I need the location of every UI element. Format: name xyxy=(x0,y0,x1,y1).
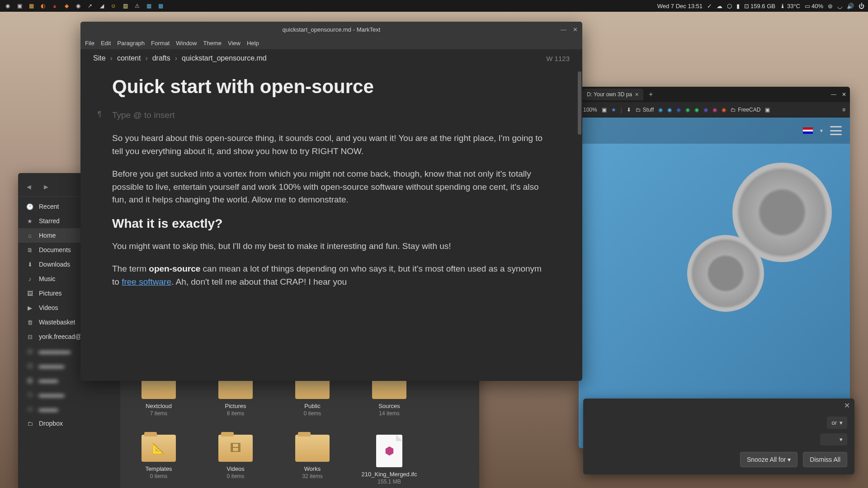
menu-view[interactable]: View xyxy=(228,40,241,47)
close-icon[interactable]: ✕ xyxy=(844,401,850,410)
breadcrumb-item[interactable]: content xyxy=(117,54,141,62)
chevron-down-icon: ▾ xyxy=(788,456,791,463)
menu-file[interactable]: File xyxy=(85,40,94,47)
notes-icon[interactable]: ▥ xyxy=(121,2,129,10)
bookmark-stuff[interactable]: 🗀 Stuff xyxy=(636,107,654,113)
menu-theme[interactable]: Theme xyxy=(203,40,222,47)
menu-icon[interactable]: ≡ xyxy=(842,107,845,113)
dismiss-all-button[interactable]: Dismiss All xyxy=(803,452,847,467)
app-icon-4[interactable]: ☺ xyxy=(109,2,118,10)
reader-icon[interactable]: ▣ xyxy=(602,107,607,113)
facebook-icon[interactable]: ◉ xyxy=(676,107,681,113)
tray-cloud-icon[interactable]: ☁ xyxy=(717,3,722,9)
dialog-titlebar[interactable]: ✕ xyxy=(583,399,854,412)
twitter-icon[interactable]: ◉ xyxy=(667,107,672,113)
download-icon[interactable]: ⬇ xyxy=(627,107,631,113)
network-icon[interactable]: ⊚ xyxy=(828,3,833,9)
power-icon[interactable]: ⏻ xyxy=(859,3,864,9)
firefox-icon[interactable]: ◐ xyxy=(39,2,47,10)
whatsapp-icon[interactable]: ◉ xyxy=(694,107,699,113)
reminder-select-2[interactable]: ▾ xyxy=(820,433,847,446)
marktext-window[interactable]: quickstart_opensource.md - MarkText — ✕ … xyxy=(80,22,582,381)
window-titlebar[interactable]: quickstart_opensource.md - MarkText — ✕ xyxy=(80,22,582,37)
wifi-icon[interactable]: ◡ xyxy=(837,3,842,9)
forward-button[interactable]: ► xyxy=(41,183,52,191)
menu-window[interactable]: Window xyxy=(176,40,197,47)
heading-2[interactable]: What it is exactly? xyxy=(112,216,551,231)
close-icon[interactable]: ✕ xyxy=(635,92,639,98)
paragraph[interactable]: Before you get sucked into a vortex from… xyxy=(112,168,551,206)
tray-check-icon[interactable]: ✓ xyxy=(707,3,712,9)
back-button[interactable]: ◄ xyxy=(24,183,34,191)
editor-area[interactable]: Quick start with open-source ¶ Type @ to… xyxy=(80,67,582,381)
temp-indicator[interactable]: 🌡 33°C xyxy=(780,3,800,9)
zoom-level[interactable]: 100% xyxy=(583,107,597,113)
scrollbar-thumb[interactable] xyxy=(578,71,581,135)
sidebar-remote-6[interactable]: 🗀▬▬▬ xyxy=(18,402,120,416)
chevron-down-icon[interactable]: ▼ xyxy=(819,128,824,133)
reminder-select[interactable]: or ▾ xyxy=(827,417,847,429)
files-icon[interactable]: ▦ xyxy=(27,2,35,10)
file-ifc[interactable]: ⬢210_King_Merged.ifc155.1 MB xyxy=(364,435,414,485)
language-flag-icon[interactable] xyxy=(803,127,813,134)
minimize-icon[interactable]: — xyxy=(561,26,566,33)
browser-tab[interactable]: D: Your own 3D pa ✕ xyxy=(582,89,643,100)
volume-icon[interactable]: 🔊 xyxy=(847,3,854,9)
telegram-icon[interactable]: ◉ xyxy=(658,107,663,113)
sidebar-dropbox[interactable]: 🗀Dropbox xyxy=(18,416,120,431)
datetime[interactable]: Wed 7 Dec 13:51 xyxy=(657,3,703,9)
link-free-software[interactable]: free software xyxy=(122,277,171,286)
breadcrumb-item[interactable]: drafts xyxy=(152,54,170,62)
folder-videos[interactable]: 🎞Videos0 items xyxy=(211,435,260,485)
app-icon-6[interactable]: ▦ xyxy=(145,2,153,10)
folder-works[interactable]: Works32 items xyxy=(288,435,337,485)
hamburger-menu[interactable] xyxy=(830,126,842,135)
minimize-icon[interactable]: — xyxy=(831,91,836,98)
app-icon-7[interactable]: ▦ xyxy=(156,2,165,10)
folder-templates[interactable]: 📐Templates0 items xyxy=(134,435,184,485)
disk-indicator[interactable]: ⊡ 159.6 GB xyxy=(744,3,775,9)
instagram-icon[interactable]: ◉ xyxy=(712,107,717,113)
menu-paragraph[interactable]: Paragraph xyxy=(117,40,145,47)
paragraph[interactable]: You might want to skip this, but I'll do… xyxy=(112,240,551,253)
browser-window[interactable]: D: Your own 3D pa ✕ + — ✕ 100% ▣ ★ | ⬇ 🗀… xyxy=(579,87,850,448)
breadcrumb-item[interactable]: quickstart_opensource.md xyxy=(182,54,267,62)
chevron-right-icon: › xyxy=(145,54,147,62)
tray-dropbox-icon[interactable]: ⬡ xyxy=(727,3,732,9)
music-icon: ♪ xyxy=(26,276,33,282)
menu-help[interactable]: Help xyxy=(247,40,259,47)
app-icon[interactable]: ◉ xyxy=(74,2,82,10)
gear-icon xyxy=(687,235,764,312)
sidebar-remote-5[interactable]: 🗀▬▬▬▬ xyxy=(18,387,120,402)
social-icon[interactable]: ◉ xyxy=(685,107,690,113)
new-tab-button[interactable]: + xyxy=(646,90,656,99)
paragraph[interactable]: So you heard about this open-source thin… xyxy=(112,132,551,158)
folder-icon: 🗀 xyxy=(26,420,33,427)
app-icon-5[interactable]: ⚠ xyxy=(133,2,141,10)
breadcrumb-item[interactable]: Site xyxy=(93,54,106,62)
menu-edit[interactable]: Edit xyxy=(101,40,111,47)
bookmark-freecad[interactable]: 🗀 FreeCAD xyxy=(731,107,760,113)
paragraph[interactable]: The term open-source can mean a lot of t… xyxy=(112,263,551,288)
bookmark-star-icon[interactable]: ★ xyxy=(611,107,616,113)
close-icon[interactable]: ✕ xyxy=(573,26,578,33)
tab-title: D: Your own 3D pa xyxy=(587,91,632,98)
heading-1[interactable]: Quick start with open-source xyxy=(112,76,551,98)
reminder-dialog[interactable]: ✕ or ▾ ▾ Snooze All for ▾ Dismiss All xyxy=(583,399,854,474)
terminal-icon[interactable]: ▣ xyxy=(15,2,24,10)
blender-icon[interactable]: ◆ xyxy=(62,2,71,10)
insert-placeholder[interactable]: ¶ Type @ to insert xyxy=(112,110,551,120)
battery-indicator[interactable]: ▭ 40% xyxy=(805,3,823,9)
tray-icon[interactable]: ▮ xyxy=(736,3,740,9)
app-icon-3[interactable]: ◢ xyxy=(98,2,106,10)
close-icon[interactable]: ✕ xyxy=(842,91,846,98)
freecad-icon[interactable]: ▲ xyxy=(51,2,59,10)
system-tray: Wed 7 Dec 13:51 ✓ ☁ ⬡ ▮ ⊡ 159.6 GB 🌡 33°… xyxy=(657,3,864,9)
app-icon-2[interactable]: ↗ xyxy=(86,2,94,10)
mastodon-icon[interactable]: ◉ xyxy=(703,107,708,113)
menu-format[interactable]: Format xyxy=(151,40,170,47)
extension-icon[interactable]: ▣ xyxy=(765,107,770,113)
social-icon-2[interactable]: ◉ xyxy=(722,107,726,113)
snooze-all-button[interactable]: Snooze All for ▾ xyxy=(740,452,797,467)
debian-icon[interactable]: ◉ xyxy=(4,2,12,10)
